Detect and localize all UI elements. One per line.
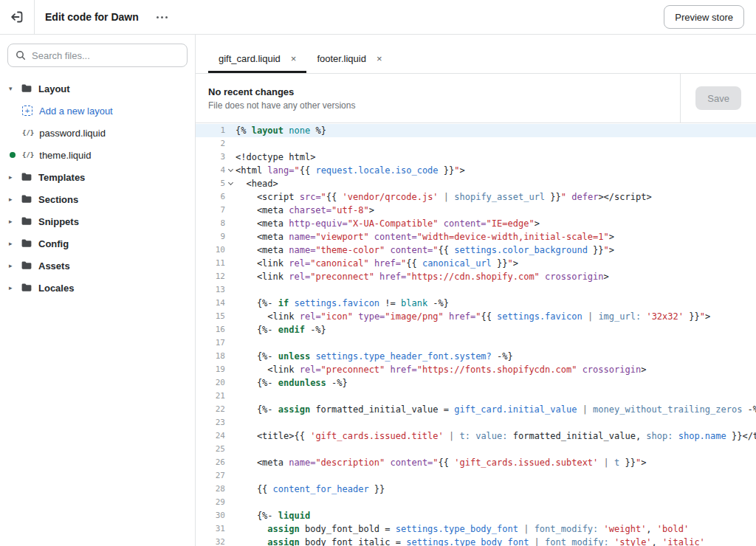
sidebar-folder-layout[interactable]: ▾Layout — [0, 77, 195, 100]
sidebar-folder-assets[interactable]: ▸Assets — [0, 255, 195, 277]
code-line-9[interactable]: 9 <meta name="viewport" content="width=d… — [196, 230, 756, 243]
code-line-13[interactable]: 13 — [196, 283, 756, 297]
close-tab-icon[interactable]: × — [291, 54, 297, 63]
code-line-17[interactable]: 17 — [196, 336, 756, 350]
code-text[interactable]: <meta http-equiv="X-UA-Compatible" conte… — [236, 217, 756, 230]
close-tab-icon[interactable]: × — [377, 54, 382, 63]
code-text[interactable]: {%- liquid — [236, 509, 756, 522]
code-line-26[interactable]: 26 <meta name="description" content="{{ … — [196, 456, 756, 469]
code-line-8[interactable]: 8 <meta http-equiv="X-UA-Compatible" con… — [196, 217, 756, 230]
fold-slot — [225, 137, 236, 151]
code-text[interactable]: {%- endunless -%} — [236, 376, 756, 390]
code-text[interactable]: {{ content_for_header }} — [236, 483, 756, 496]
code-text[interactable]: <meta name="viewport" content="width=dev… — [236, 230, 756, 243]
caret-down-icon[interactable]: ▾ — [9, 85, 21, 92]
code-line-18[interactable]: 18 {%- unless settings.type_header_font.… — [196, 350, 756, 363]
code-line-12[interactable]: 12 <link rel="preconnect" href="https://… — [196, 270, 756, 283]
code-text[interactable]: <script src="{{ 'vendor/qrcode.js' | sho… — [236, 190, 756, 204]
code-text[interactable]: {%- endif -%} — [236, 323, 756, 336]
code-text[interactable]: <link rel="preconnect" href="https://cdn… — [236, 270, 756, 283]
code-line-10[interactable]: 10 <meta name="theme-color" content="{{ … — [196, 243, 756, 257]
code-text[interactable] — [236, 137, 756, 151]
code-line-4[interactable]: 4<html lang="{{ request.locale.iso_code … — [196, 164, 756, 177]
code-text[interactable]: <html lang="{{ request.locale.iso_code }… — [236, 164, 756, 177]
code-editor[interactable]: 1{% layout none %}2 3<!doctype html>4<ht… — [196, 123, 756, 546]
code-text[interactable]: {%- if settings.favicon != blank -%} — [236, 297, 756, 310]
code-line-31[interactable]: 31 assign body_font_bold = settings.type… — [196, 522, 756, 536]
code-text[interactable]: {%- unless settings.type_header_font.sys… — [236, 350, 756, 363]
code-line-32[interactable]: 32 assign body_font_italic = settings.ty… — [196, 536, 756, 546]
sidebar-folder-templates[interactable]: ▸Templates — [0, 166, 195, 188]
code-line-6[interactable]: 6 <script src="{{ 'vendor/qrcode.js' | s… — [196, 190, 756, 204]
code-text[interactable]: assign body_font_italic = settings.type_… — [236, 536, 756, 546]
add-layout-label: Add a new layout — [39, 106, 113, 117]
search-files-input[interactable] — [32, 50, 179, 61]
code-line-15[interactable]: 15 <link rel="icon" type="image/png" hre… — [196, 310, 756, 323]
search-icon — [16, 50, 26, 61]
code-line-21[interactable]: 21 — [196, 390, 756, 403]
caret-right-icon[interactable]: ▸ — [9, 284, 21, 291]
code-text[interactable]: <meta name="theme-color" content="{{ set… — [236, 243, 756, 257]
search-files-box[interactable] — [7, 44, 188, 67]
fold-toggle-icon[interactable] — [225, 164, 236, 177]
code-text[interactable] — [236, 390, 756, 403]
code-line-27[interactable]: 27 — [196, 469, 756, 483]
code-line-28[interactable]: 28 {{ content_for_header }} — [196, 483, 756, 496]
code-line-2[interactable]: 2 — [196, 137, 756, 151]
code-text[interactable] — [236, 283, 756, 297]
fold-slot — [225, 522, 236, 536]
fold-toggle-icon[interactable] — [225, 177, 236, 190]
save-button[interactable]: Save — [695, 86, 741, 110]
code-line-23[interactable]: 23 — [196, 416, 756, 429]
sidebar-folder-snippets[interactable]: ▸Snippets — [0, 210, 195, 232]
code-text[interactable] — [236, 443, 756, 456]
caret-right-icon[interactable]: ▸ — [9, 262, 21, 269]
code-text[interactable]: <meta name="description" content="{{ 'gi… — [236, 456, 756, 469]
sidebar-file-theme[interactable]: {/}theme.liquid — [0, 144, 195, 166]
code-text[interactable]: {% layout none %} — [236, 124, 756, 137]
code-text[interactable] — [236, 469, 756, 483]
code-text[interactable]: <link rel="canonical" href="{{ canonical… — [236, 257, 756, 270]
code-line-1[interactable]: 1{% layout none %} — [196, 124, 756, 137]
code-text[interactable]: <head> — [236, 177, 756, 190]
code-line-7[interactable]: 7 <meta charset="utf-8"> — [196, 204, 756, 217]
code-text[interactable]: <!doctype html> — [236, 151, 756, 164]
code-line-14[interactable]: 14 {%- if settings.favicon != blank -%} — [196, 297, 756, 310]
code-line-24[interactable]: 24 <title>{{ 'gift_cards.issued.title' |… — [196, 429, 756, 443]
sidebar-file-password[interactable]: {/}password.liquid — [0, 122, 195, 144]
code-line-19[interactable]: 19 <link rel="preconnect" href="https://… — [196, 363, 756, 376]
code-text[interactable]: {%- assign formatted_initial_value = gif… — [236, 403, 756, 416]
more-options-button[interactable] — [152, 8, 173, 26]
code-text[interactable] — [236, 336, 756, 350]
code-line-30[interactable]: 30 {%- liquid — [196, 509, 756, 522]
code-text[interactable] — [236, 496, 756, 509]
caret-right-icon[interactable]: ▸ — [9, 240, 21, 247]
code-line-25[interactable]: 25 — [196, 443, 756, 456]
code-line-3[interactable]: 3<!doctype html> — [196, 151, 756, 164]
sidebar-folder-sections[interactable]: ▸Sections — [0, 188, 195, 210]
code-line-16[interactable]: 16 {%- endif -%} — [196, 323, 756, 336]
sidebar-folder-locales[interactable]: ▸Locales — [0, 277, 195, 299]
caret-right-icon[interactable]: ▸ — [9, 218, 21, 225]
code-line-22[interactable]: 22 {%- assign formatted_initial_value = … — [196, 403, 756, 416]
tab-footer.liquid[interactable]: footer.liquid× — [306, 44, 392, 73]
line-number: 3 — [196, 151, 225, 164]
code-line-11[interactable]: 11 <link rel="canonical" href="{{ canoni… — [196, 257, 756, 270]
preview-store-button[interactable]: Preview store — [664, 5, 744, 29]
caret-right-icon[interactable]: ▸ — [9, 173, 21, 181]
sidebar-add-layout-link[interactable]: +Add a new layout — [0, 100, 195, 122]
code-line-29[interactable]: 29 — [196, 496, 756, 509]
code-text[interactable] — [236, 416, 756, 429]
sidebar-folder-config[interactable]: ▸Config — [0, 232, 195, 255]
tab-gift_card.liquid[interactable]: gift_card.liquid× — [208, 44, 306, 73]
code-line-20[interactable]: 20 {%- endunless -%} — [196, 376, 756, 390]
caret-right-icon[interactable]: ▸ — [9, 196, 21, 203]
code-text[interactable]: <link rel="preconnect" href="https://fon… — [236, 363, 756, 376]
code-text[interactable]: <title>{{ 'gift_cards.issued.title' | t:… — [236, 429, 756, 443]
code-line-5[interactable]: 5 <head> — [196, 177, 756, 190]
tab-bar: gift_card.liquid×footer.liquid× — [196, 44, 756, 74]
code-text[interactable]: assign body_font_bold = settings.type_bo… — [236, 522, 756, 536]
exit-button[interactable] — [0, 0, 35, 34]
code-text[interactable]: <meta charset="utf-8"> — [236, 204, 756, 217]
code-text[interactable]: <link rel="icon" type="image/png" href="… — [236, 310, 756, 323]
